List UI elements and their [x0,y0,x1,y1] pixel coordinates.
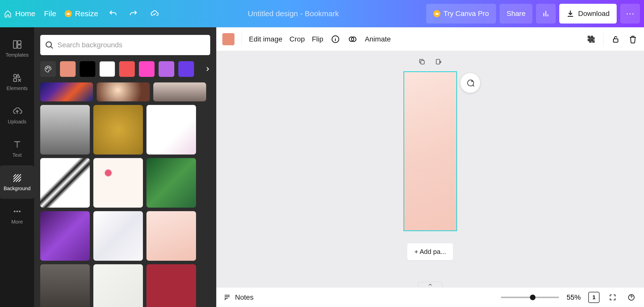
transparency-button[interactable] [586,34,596,44]
flip-button[interactable]: Flip [312,35,323,43]
duplicate-page-button[interactable] [417,57,426,66]
selected-color-swatch[interactable] [222,33,234,45]
color-swatch[interactable] [60,61,76,77]
bg-thumb[interactable] [40,211,90,261]
try-pro-button[interactable]: Try Canva Pro [426,4,496,24]
share-button[interactable]: Share [500,4,533,24]
search-icon [45,40,54,50]
download-label: Download [578,10,610,18]
left-nav: Templates Elements Uploads Text Backgrou… [0,27,34,307]
nav-elements[interactable]: Elements [0,65,34,99]
expand-pages-tab[interactable] [418,282,442,287]
text-icon [12,140,22,150]
color-scroll-right[interactable] [201,61,211,77]
cloud-check-icon [150,9,159,18]
crop-button[interactable]: Crop [289,35,305,43]
effects-button[interactable] [348,34,358,44]
bg-thumb[interactable] [153,82,206,101]
bg-thumb[interactable] [93,158,143,208]
palette-icon [44,65,52,73]
zoom-thumb[interactable] [530,295,535,300]
search-input[interactable] [57,41,206,49]
lock-button[interactable] [611,34,621,44]
uploads-icon [12,106,22,116]
add-comment-button[interactable] [460,73,480,93]
insights-button[interactable] [536,4,556,24]
resize-button[interactable]: Resize [65,9,98,18]
design-page[interactable] [403,71,457,231]
document-title[interactable]: Untitled design - Bookmark [248,9,339,18]
bg-thumb[interactable] [146,264,196,307]
add-page-label-button[interactable]: + Add pa... [407,243,453,260]
topbar-center: Untitled design - Bookmark [165,9,421,18]
color-swatch[interactable] [159,61,174,77]
crown-icon [65,10,72,17]
background-grid[interactable] [40,82,210,307]
color-picker-button[interactable] [40,61,56,77]
svg-rect-2 [17,45,21,48]
color-swatch[interactable] [119,61,135,77]
more-icon [12,206,22,216]
add-page-button[interactable] [434,57,443,66]
fullscreen-button[interactable] [607,292,618,303]
file-button[interactable]: File [44,9,56,18]
bg-thumb[interactable] [146,105,196,155]
notes-button[interactable]: Notes [223,293,253,301]
bg-thumb[interactable] [146,158,196,208]
download-button[interactable]: Download [559,4,617,24]
topbar-left: Home File Resize [4,8,160,20]
canvas-viewport[interactable]: + Add pa... [216,51,644,287]
svg-rect-23 [613,39,618,42]
resize-label: Resize [75,9,98,18]
bg-thumb[interactable] [40,264,90,307]
nav-text-label: Text [12,152,22,158]
bg-thumb[interactable] [93,264,143,307]
comment-plus-icon [466,78,475,87]
zoom-value[interactable]: 55% [567,293,581,301]
color-swatch[interactable] [80,61,95,77]
lock-icon [611,35,620,44]
nav-templates[interactable]: Templates [0,32,34,65]
info-button[interactable] [330,34,340,44]
templates-icon [12,39,22,50]
nav-background-label: Background [4,186,31,191]
color-swatch[interactable] [99,61,115,77]
home-icon [4,10,12,17]
animate-button[interactable]: Animate [365,35,391,43]
edit-image-button[interactable]: Edit image [249,35,282,43]
topbar-right: Try Canva Pro Share Download ⋯ [426,4,640,24]
divider [603,33,604,46]
redo-icon [129,9,138,18]
nav-background[interactable]: Background [0,165,34,199]
nav-more[interactable]: More [0,199,34,232]
transparency-icon [587,35,596,44]
page-number-badge[interactable]: 1 [588,292,599,303]
delete-button[interactable] [628,34,638,44]
nav-uploads[interactable]: Uploads [0,99,34,132]
svg-point-3 [13,74,16,77]
nav-uploads-label: Uploads [8,119,26,125]
svg-rect-0 [13,41,17,48]
duplicate-icon [418,58,425,65]
color-swatch[interactable] [139,61,155,77]
bg-thumb[interactable] [146,211,196,261]
zoom-slider[interactable] [501,297,559,298]
bg-thumb[interactable] [40,105,90,155]
svg-point-5 [14,210,15,212]
svg-rect-1 [17,41,21,44]
svg-point-9 [46,68,47,69]
ellipsis-icon: ⋯ [626,9,634,19]
bg-thumb[interactable] [93,105,143,155]
bg-thumb[interactable] [40,82,93,101]
color-swatch[interactable] [178,61,194,77]
home-button[interactable]: Home [4,9,35,18]
cloud-sync-button[interactable] [148,8,160,20]
undo-button[interactable] [107,8,119,20]
bg-thumb[interactable] [40,158,90,208]
more-button[interactable]: ⋯ [620,4,640,24]
help-button[interactable] [626,292,637,303]
redo-button[interactable] [127,8,140,20]
nav-text[interactable]: Text [0,132,34,165]
bg-thumb[interactable] [93,211,143,261]
bg-thumb[interactable] [97,82,149,101]
